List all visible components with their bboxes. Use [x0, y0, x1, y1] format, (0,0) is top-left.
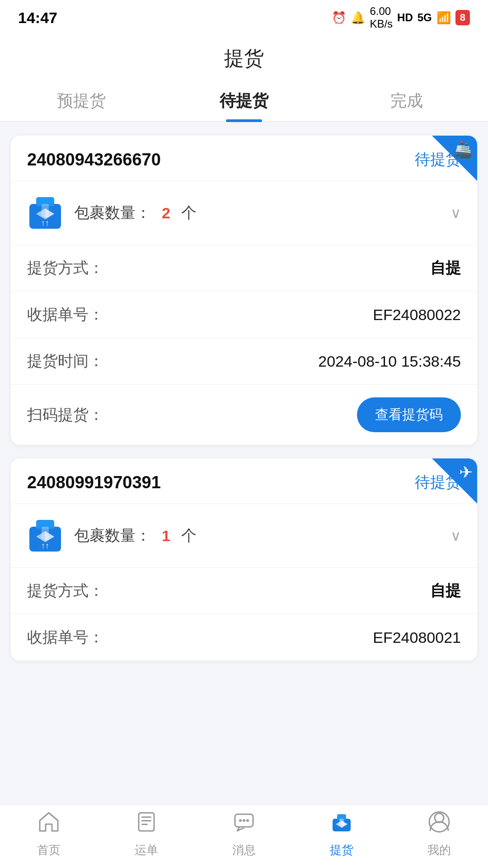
svg-rect-14	[141, 820, 151, 821]
order-status-2: 待提货	[415, 472, 461, 493]
package-left-1: ↑↑ 包裹数量： 2 个	[27, 195, 197, 231]
package-left-2: ↑↑ 包裹数量： 1 个	[27, 518, 197, 554]
signal-icon: 📶	[436, 11, 451, 25]
chevron-down-icon-1[interactable]: ∨	[450, 204, 461, 222]
order-card-1: 24080943266670 待提货 🚢 ↑↑ 包裹数量： 2 个	[11, 136, 477, 445]
package-label-2: 包裹数量：	[74, 525, 151, 546]
5g-icon: 5G	[418, 11, 432, 24]
package-icon-1: ↑↑	[27, 195, 63, 231]
bottom-nav: 首页 运单 消息	[0, 805, 488, 868]
package-count-1: 2	[162, 204, 170, 222]
svg-point-25	[435, 813, 444, 822]
nav-mine-label: 我的	[427, 842, 451, 858]
tab-pending-pickup[interactable]: 待提货	[163, 90, 325, 121]
order-number-1: 24080943266670	[27, 150, 161, 170]
pickup-method-label-2: 提货方式：	[27, 580, 104, 601]
svg-point-17	[239, 819, 242, 822]
plane-icon: ✈	[459, 463, 473, 482]
status-bar: 14:47 ⏰ 🔔 6.00KB/s HD 5G 📶 8	[0, 0, 488, 32]
status-icons: ⏰ 🔔 6.00KB/s HD 5G 📶 8	[332, 5, 470, 30]
svg-point-19	[246, 819, 249, 822]
pickup-method-row-2: 提货方式： 自提	[11, 568, 477, 614]
svg-rect-15	[141, 824, 148, 825]
messages-icon	[233, 811, 255, 839]
nav-home[interactable]: 首页	[0, 811, 98, 858]
package-label-1: 包裹数量：	[74, 203, 151, 223]
svg-point-18	[243, 819, 245, 822]
battery-icon: 8	[455, 10, 470, 25]
card-header-1: 24080943266670 待提货 🚢	[11, 136, 477, 181]
nav-orders-label: 运单	[135, 842, 158, 858]
speed-label: 6.00KB/s	[370, 5, 393, 30]
nav-messages-label: 消息	[232, 842, 256, 858]
tab-done-pickup[interactable]: 完成	[325, 90, 488, 121]
receipt-value-2: EF24080021	[373, 629, 461, 646]
pickup-time-value-1: 2024-08-10 15:38:45	[318, 353, 461, 370]
status-time: 14:47	[18, 9, 57, 27]
page-header: 提货	[0, 32, 488, 81]
pickup-method-value-1: 自提	[430, 258, 461, 278]
alarm-icon: ⏰	[332, 11, 346, 25]
svg-rect-12	[139, 813, 154, 831]
nav-pickup-label: 提货	[330, 842, 353, 858]
page-title: 提货	[0, 45, 488, 72]
pickup-icon	[330, 811, 353, 839]
card-header-2: 24080991970391 待提货 ✈	[11, 458, 477, 504]
home-icon	[38, 811, 60, 839]
tab-bar: 预提货 待提货 完成	[0, 81, 488, 122]
package-unit-2: 个	[181, 525, 197, 546]
nav-pickup[interactable]: 提货	[293, 811, 390, 858]
pickup-time-label-1: 提货时间：	[27, 351, 104, 372]
pickup-time-row-1: 提货时间： 2024-08-10 15:38:45	[11, 338, 477, 385]
order-status-1: 待提货	[415, 149, 461, 170]
package-unit-1: 个	[181, 203, 197, 223]
nav-mine[interactable]: 我的	[390, 811, 488, 858]
svg-text:↑↑: ↑↑	[41, 218, 49, 227]
mine-icon	[428, 811, 450, 839]
bell-icon: 🔔	[351, 11, 365, 25]
package-icon-2: ↑↑	[27, 518, 63, 554]
receipt-label-2: 收据单号：	[27, 627, 104, 648]
package-row-1: ↑↑ 包裹数量： 2 个 ∨	[11, 181, 477, 245]
main-content: 24080943266670 待提货 🚢 ↑↑ 包裹数量： 2 个	[0, 122, 488, 733]
pickup-method-label-1: 提货方式：	[27, 258, 104, 278]
qr-button-1[interactable]: 查看提货码	[357, 397, 461, 432]
orders-icon	[135, 811, 158, 839]
svg-text:↑↑: ↑↑	[41, 541, 49, 550]
scan-label-1: 扫码提货：	[27, 405, 104, 425]
order-card-2: 24080991970391 待提货 ✈ ↑↑ 包裹数量： 1 个	[11, 458, 477, 660]
svg-rect-13	[141, 816, 151, 818]
receipt-row-2: 收据单号： EF24080021	[11, 614, 477, 660]
receipt-label-1: 收据单号：	[27, 304, 104, 325]
nav-orders[interactable]: 运单	[98, 811, 195, 858]
scan-row-1: 扫码提货： 查看提货码	[11, 385, 477, 445]
chevron-down-icon-2[interactable]: ∨	[450, 527, 461, 544]
pickup-method-value-2: 自提	[430, 580, 461, 601]
pickup-method-row-1: 提货方式： 自提	[11, 245, 477, 292]
receipt-row-1: 收据单号： EF24080022	[11, 292, 477, 338]
package-count-2: 1	[162, 527, 170, 545]
nav-messages[interactable]: 消息	[195, 811, 293, 858]
package-row-2: ↑↑ 包裹数量： 1 个 ∨	[11, 504, 477, 568]
tab-pre-pickup[interactable]: 预提货	[0, 90, 163, 121]
receipt-value-1: EF24080022	[373, 306, 461, 324]
order-number-2: 24080991970391	[27, 473, 161, 492]
nav-home-label: 首页	[37, 842, 61, 858]
hd-icon: HD	[397, 11, 413, 24]
